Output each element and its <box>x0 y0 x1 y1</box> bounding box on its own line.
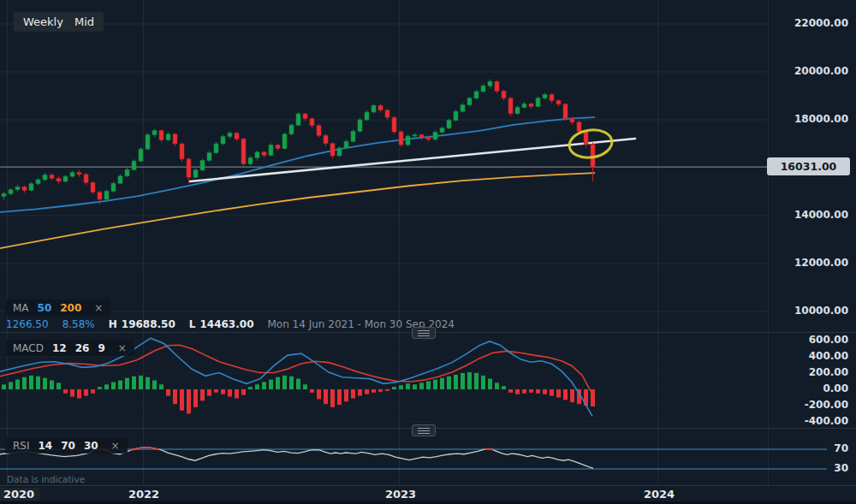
time-axis-label-2022: 2022 <box>128 488 159 501</box>
price-axis-label: 20000.00 <box>794 65 848 77</box>
macd-indicator-header: MACD 12 26 9 × <box>5 340 134 356</box>
rsi-param-upper[interactable]: 70 <box>61 440 75 452</box>
rsi-indicator-header: RSI 14 70 30 × <box>5 437 128 454</box>
macd-param-slow[interactable]: 26 <box>75 342 90 354</box>
rsi-param-lower[interactable]: 30 <box>84 440 98 452</box>
rsi-param-length[interactable]: 14 <box>39 440 53 452</box>
ma-indicator-header: MA 50 200 × <box>5 299 110 316</box>
price-axis-label: 10000.00 <box>794 305 848 317</box>
macd-axis-label: -400.00 <box>805 415 848 427</box>
ma-period-50[interactable]: 50 <box>38 302 52 314</box>
pane-resize-handle-rsi[interactable] <box>412 424 436 436</box>
timeframe-button[interactable]: Weekly <box>14 12 73 32</box>
macd-axis-label: 0.00 <box>823 382 848 394</box>
low-value: 14463.00 <box>199 318 253 330</box>
macd-param-signal[interactable]: 9 <box>98 342 104 354</box>
time-axis-label-2020: 2020 <box>0 488 40 501</box>
change-value: 1266.50 <box>6 318 49 330</box>
rsi-label: RSI <box>13 440 30 452</box>
macd-axis-label: 400.00 <box>809 350 848 362</box>
data-indicative-note: Data is indicative <box>7 474 85 484</box>
high-prefix: H <box>109 318 117 330</box>
trading-chart-window: 22000.0020000.0018000.0014000.0012000.00… <box>0 0 856 504</box>
rsi-close-icon[interactable]: × <box>111 440 120 452</box>
ma-label: MA <box>13 302 29 314</box>
price-axis-label: 18000.00 <box>794 113 848 125</box>
ma-close-icon[interactable]: × <box>94 302 103 314</box>
high-value: 19688.50 <box>122 318 175 330</box>
time-axis-label-2024: 2024 <box>644 488 675 501</box>
price-axis-label: 12000.00 <box>794 257 848 269</box>
ma-info-row: 1266.50 8.58% H 19688.50 L 14463.00 Mon … <box>6 318 455 330</box>
macd-close-icon[interactable]: × <box>118 342 127 354</box>
last-price-badge: 16031.00 <box>767 157 850 175</box>
price-axis-label: 14000.00 <box>794 209 848 221</box>
macd-axis-label: -200.00 <box>805 399 848 411</box>
rsi-axis-label: 70 <box>834 442 848 454</box>
macd-label: MACD <box>13 342 44 354</box>
rsi-axis-label: 30 <box>834 462 848 474</box>
macd-param-fast[interactable]: 12 <box>52 342 67 354</box>
low-prefix: L <box>189 318 196 330</box>
pane-resize-handle-macd[interactable] <box>412 327 436 339</box>
change-percent: 8.58% <box>62 318 95 330</box>
time-axis-label-2023: 2023 <box>385 488 416 501</box>
macd-axis-label: 200.00 <box>809 366 848 378</box>
price-axis-label: 22000.00 <box>794 17 848 29</box>
price-type-button[interactable]: Mid <box>65 12 104 32</box>
macd-axis-label: 600.00 <box>809 334 848 346</box>
ma-period-200[interactable]: 200 <box>60 302 81 314</box>
